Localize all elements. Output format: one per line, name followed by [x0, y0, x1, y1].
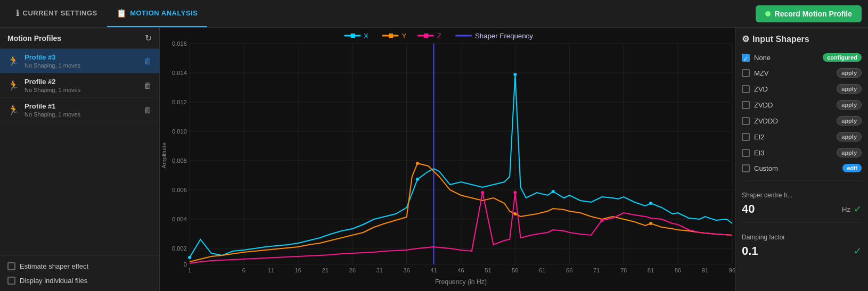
top-bar: ℹ CURRENT SETTINGS 📋 MOTION ANALYSIS Rec…	[0, 0, 868, 28]
svg-point-56	[552, 190, 555, 193]
profile-sub-2: No Shaping, 1 moves	[24, 87, 138, 93]
panel-header: Motion Profiles ↻	[0, 28, 159, 49]
shaper-centre-confirm[interactable]: ✓	[854, 203, 862, 215]
delete-profile-2[interactable]: 🗑	[144, 81, 152, 90]
svg-text:31: 31	[376, 267, 382, 273]
profile-item-1[interactable]: 🏃 Profile #1 No Shaping, 1 moves 🗑	[0, 98, 159, 122]
shaper-row-ei2: EI2 apply	[742, 130, 862, 143]
profile-item-2[interactable]: 🏃 Profile #2 No Shaping, 1 moves 🗑	[0, 73, 159, 98]
shaper-label-zvddd: ZVDDD	[754, 117, 832, 125]
svg-text:96: 96	[729, 267, 735, 273]
svg-point-63	[600, 219, 603, 222]
damping-confirm[interactable]: ✓	[854, 245, 862, 257]
shaper-centre-value: 40	[742, 202, 839, 216]
svg-text:0.016: 0.016	[172, 40, 187, 47]
svg-point-60	[649, 222, 652, 225]
shaper-badge-ei3[interactable]: apply	[837, 148, 862, 157]
profile-sub-3: No Shaping, 1 moves	[24, 62, 138, 69]
shaper-label-zvdd: ZVDD	[754, 101, 832, 109]
divider-1	[742, 180, 862, 181]
chart-area: 0.016 0.014 0.012 0.010 0.008 0.006 0.00…	[160, 28, 735, 291]
runner-icon-1: 🏃	[7, 104, 19, 116]
svg-point-57	[649, 202, 652, 205]
main-content: Motion Profiles ↻ 🏃 Profile #3 No Shapin…	[0, 28, 868, 291]
svg-text:26: 26	[349, 267, 355, 273]
svg-text:81: 81	[648, 267, 654, 273]
shaper-check-zvdd[interactable]	[742, 101, 750, 109]
estimate-shaper-label: Estimate shaper effect	[20, 262, 88, 270]
estimate-shaper-checkbox[interactable]	[7, 262, 15, 270]
display-files-row[interactable]: Display individual files	[7, 277, 152, 285]
shaper-row-none: ✓ None configured	[742, 52, 862, 63]
shaper-row-zvd: ZVD apply	[742, 82, 862, 95]
shaper-badge-zvd[interactable]: apply	[837, 84, 862, 94]
delete-profile-3[interactable]: 🗑	[144, 56, 152, 65]
shaper-badge-zvddd[interactable]: apply	[837, 116, 862, 126]
svg-text:46: 46	[457, 267, 464, 273]
shaper-check-zvd[interactable]	[742, 85, 750, 93]
shaper-centre-row: 40 Hz ✓	[742, 202, 862, 216]
bottom-checks: Estimate shaper effect Display individua…	[0, 255, 159, 291]
tab-current-settings[interactable]: ℹ CURRENT SETTINGS	[6, 0, 107, 27]
shaper-badge-none[interactable]: configured	[823, 53, 862, 62]
tab-motion-analysis-label: MOTION ANALYSIS	[130, 9, 198, 17]
svg-point-61	[481, 191, 484, 194]
shaper-check-none[interactable]: ✓	[742, 54, 750, 62]
shaper-centre-unit: Hz	[842, 205, 850, 213]
svg-text:Frequency (in Hz): Frequency (in Hz)	[435, 278, 487, 286]
svg-text:0.004: 0.004	[172, 216, 187, 222]
runner-icon-3: 🏃	[7, 55, 19, 67]
svg-text:21: 21	[322, 267, 329, 273]
profile-name-1: Profile #1	[24, 102, 138, 110]
shaper-row-zvdd: ZVDD apply	[742, 98, 862, 111]
divider-2	[742, 222, 862, 223]
runner-icon-2: 🏃	[7, 80, 19, 92]
shaper-check-ei3[interactable]	[742, 149, 750, 157]
record-button-label: Record Motion Profile	[775, 10, 852, 18]
svg-text:56: 56	[512, 267, 518, 273]
svg-text:66: 66	[566, 267, 572, 273]
svg-point-54	[416, 178, 419, 181]
shaper-badge-mzv[interactable]: apply	[837, 68, 862, 78]
svg-text:91: 91	[702, 267, 708, 273]
svg-text:6: 6	[242, 267, 245, 273]
svg-point-55	[513, 73, 517, 76]
svg-text:86: 86	[675, 267, 681, 273]
shaper-check-zvddd[interactable]	[742, 117, 750, 125]
refresh-button[interactable]: ↻	[145, 33, 152, 43]
profile-item-3[interactable]: 🏃 Profile #3 No Shaping, 1 moves 🗑	[0, 49, 159, 73]
shaper-badge-zvdd[interactable]: apply	[837, 100, 862, 110]
svg-text:Z: Z	[437, 32, 441, 40]
svg-rect-71	[424, 34, 428, 38]
shaper-check-mzv[interactable]	[742, 69, 750, 77]
svg-text:36: 36	[403, 267, 410, 273]
record-motion-button[interactable]: Record Motion Profile	[756, 5, 862, 22]
estimate-shaper-row[interactable]: Estimate shaper effect	[7, 262, 152, 270]
shaper-check-ei2[interactable]	[742, 133, 750, 141]
svg-text:16: 16	[295, 267, 301, 273]
shaper-check-custom[interactable]	[742, 164, 750, 172]
svg-point-59	[513, 212, 517, 215]
shaper-badge-custom[interactable]: edit	[842, 164, 862, 172]
shaper-label-none: None	[754, 54, 818, 62]
tab-motion-analysis[interactable]: 📋 MOTION ANALYSIS	[107, 0, 208, 27]
shaper-label-zvd: ZVD	[754, 85, 832, 93]
svg-text:1: 1	[188, 267, 191, 273]
display-files-checkbox[interactable]	[7, 277, 15, 285]
right-panel: ⚙ Input Shapers ✓ None configured MZV ap…	[735, 28, 868, 291]
tab-current-settings-label: CURRENT SETTINGS	[23, 9, 97, 17]
svg-text:X: X	[364, 32, 369, 40]
profile-info-2: Profile #2 No Shaping, 1 moves	[24, 78, 138, 93]
svg-text:Amplitude: Amplitude	[161, 143, 167, 169]
shaper-row-zvddd: ZVDDD apply	[742, 114, 862, 127]
chart-svg: 0.016 0.014 0.012 0.010 0.008 0.006 0.00…	[160, 28, 735, 291]
shaper-row-mzv: MZV apply	[742, 66, 862, 79]
left-panel: Motion Profiles ↻ 🏃 Profile #3 No Shapin…	[0, 28, 160, 291]
svg-text:0: 0	[184, 261, 187, 268]
shaper-badge-ei2[interactable]: apply	[837, 132, 862, 142]
info-icon: ℹ	[16, 9, 20, 18]
delete-profile-1[interactable]: 🗑	[144, 105, 152, 114]
svg-rect-65	[351, 34, 355, 38]
shaper-label-mzv: MZV	[754, 69, 832, 77]
svg-text:Y: Y	[402, 32, 406, 40]
